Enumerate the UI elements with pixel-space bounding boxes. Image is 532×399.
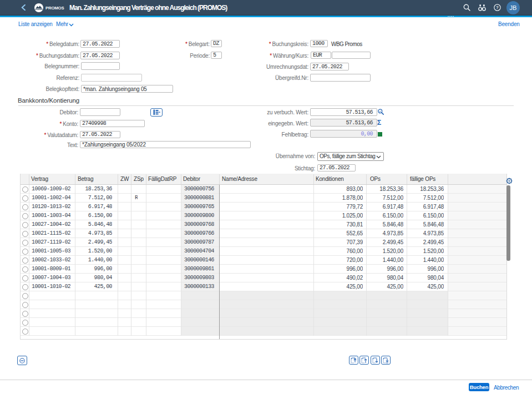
- svg-text:?: ?: [496, 5, 499, 10]
